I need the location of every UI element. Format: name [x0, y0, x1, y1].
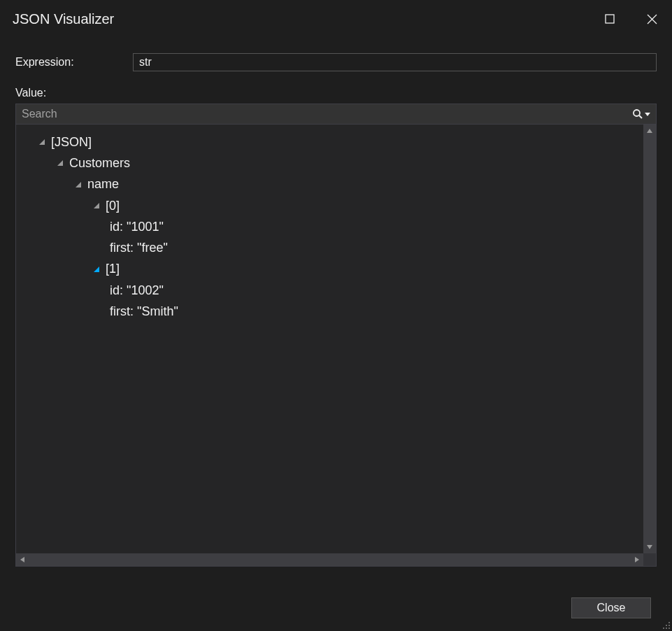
close-icon	[647, 14, 657, 24]
window-title: JSON Visualizer	[13, 11, 599, 27]
svg-marker-9	[94, 203, 99, 208]
svg-point-18	[663, 628, 664, 629]
close-window-button[interactable]	[641, 8, 662, 29]
tree-leaf-item-0-id[interactable]: id: "1001"	[20, 216, 639, 237]
chevron-right-icon	[634, 556, 641, 563]
tree-leaf-item-1-id[interactable]: id: "1002"	[20, 280, 639, 301]
tree-label: id: "1002"	[110, 280, 164, 301]
chevron-expanded-icon	[75, 181, 82, 188]
tree-content: [JSON] Customers name	[16, 125, 643, 553]
chevron-left-icon	[19, 556, 26, 563]
chevron-expanded-icon	[57, 159, 64, 166]
search-icon	[632, 108, 643, 120]
tree-node-root[interactable]: [JSON]	[20, 132, 639, 153]
tree-label: Customers	[69, 153, 130, 173]
chevron-down-icon	[646, 544, 653, 551]
search-button[interactable]	[632, 108, 650, 120]
tree-label: id: "1001"	[110, 216, 164, 237]
tree-label: [0]	[106, 195, 120, 216]
chevron-expanded-icon	[93, 266, 100, 273]
title-bar: JSON Visualizer	[0, 0, 672, 38]
tree-label: [JSON]	[51, 132, 92, 153]
tree-panel: [JSON] Customers name	[15, 125, 657, 567]
svg-point-19	[666, 628, 667, 629]
tree-label: name	[87, 173, 119, 194]
tree-node-item-1[interactable]: [1]	[20, 258, 639, 279]
chevron-down-icon	[645, 108, 650, 120]
svg-rect-0	[606, 15, 614, 23]
svg-marker-10	[94, 267, 99, 272]
expression-label: Expression:	[15, 56, 133, 69]
expand-toggle[interactable]	[92, 264, 101, 274]
tree-label: [1]	[106, 258, 120, 279]
svg-marker-13	[20, 557, 24, 562]
maximize-button[interactable]	[599, 8, 620, 29]
scroll-up-button[interactable]	[643, 125, 656, 137]
chevron-expanded-icon	[38, 139, 45, 146]
expand-toggle[interactable]	[92, 201, 101, 211]
resize-grip-icon	[659, 618, 671, 630]
svg-point-20	[669, 628, 670, 629]
expression-input[interactable]	[133, 53, 657, 71]
expand-toggle[interactable]	[73, 180, 83, 190]
svg-marker-7	[57, 160, 63, 166]
chevron-expanded-icon	[93, 202, 100, 209]
tree-node-customers[interactable]: Customers	[20, 153, 639, 173]
value-label: Value:	[15, 87, 657, 99]
chevron-up-icon	[646, 127, 653, 134]
svg-marker-14	[635, 557, 639, 562]
tree-leaf-item-1-first[interactable]: first: "Smith"	[20, 301, 639, 322]
svg-point-15	[669, 622, 670, 623]
vertical-scrollbar[interactable]	[643, 125, 656, 553]
scroll-down-button[interactable]	[643, 541, 656, 553]
svg-marker-5	[645, 113, 650, 116]
scroll-left-button[interactable]	[16, 553, 29, 566]
tree-node-name[interactable]: name	[20, 173, 639, 194]
resize-grip[interactable]	[659, 618, 671, 630]
svg-point-3	[634, 110, 640, 116]
svg-point-17	[669, 625, 670, 626]
svg-point-16	[666, 625, 667, 626]
tree-label: first: "Smith"	[110, 301, 178, 322]
svg-marker-11	[647, 129, 652, 133]
expression-row: Expression:	[15, 53, 657, 71]
expand-toggle[interactable]	[55, 158, 65, 168]
window-controls	[599, 8, 662, 29]
svg-marker-12	[647, 545, 652, 549]
close-button[interactable]: Close	[571, 597, 651, 618]
scrollbar-track[interactable]	[29, 553, 631, 566]
tree-label: first: "free"	[110, 237, 168, 258]
expand-toggle[interactable]	[37, 137, 47, 147]
scrollbar-corner	[643, 553, 656, 566]
svg-marker-8	[76, 182, 81, 187]
maximize-icon	[605, 14, 615, 24]
search-input[interactable]	[22, 108, 632, 120]
tree-leaf-item-0-first[interactable]: first: "free"	[20, 237, 639, 258]
scroll-right-button[interactable]	[631, 553, 643, 566]
svg-line-4	[639, 115, 642, 118]
svg-marker-6	[39, 139, 45, 145]
horizontal-scrollbar[interactable]	[16, 553, 656, 566]
tree-node-item-0[interactable]: [0]	[20, 195, 639, 216]
search-bar	[15, 104, 657, 125]
